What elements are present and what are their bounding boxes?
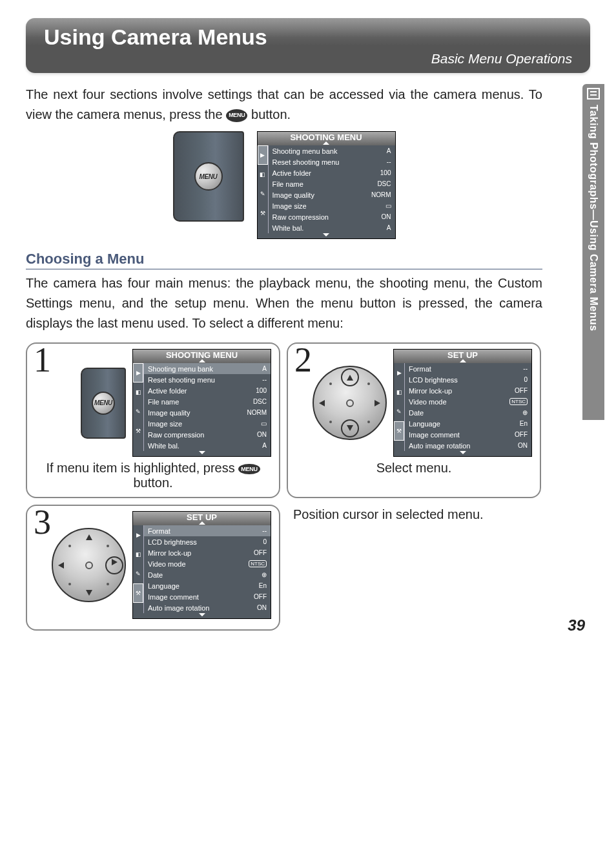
menu-button[interactable]: MENU	[92, 392, 115, 415]
menu-item[interactable]: Date⊕	[144, 569, 271, 580]
intro-paragraph: The next four sections involve settings …	[26, 85, 542, 125]
menu-item[interactable]: Mirror lock-upOFF	[405, 385, 531, 396]
tab-icon: ⚒	[258, 204, 268, 223]
menu-item[interactable]: Shooting menu bankA	[269, 145, 395, 156]
multi-selector[interactable]	[52, 528, 126, 602]
menu-item[interactable]: Image commentOFF	[144, 591, 271, 602]
menu-list: Shooting menu bankAReset shooting menu--…	[268, 145, 395, 233]
menu-item[interactable]: LCD brightness0	[405, 374, 531, 385]
page-subtitle: Basic Menu Operations	[44, 51, 572, 67]
menu-button[interactable]: MENU	[194, 162, 223, 191]
page-number: 39	[568, 616, 585, 634]
menu-item[interactable]: Auto image rotationON	[144, 602, 271, 613]
menu-item[interactable]: Raw compressionON	[269, 211, 395, 222]
lcd-title: SHOOTING MENU	[290, 132, 362, 142]
shooting-menu-lcd: SHOOTING MENU ▶◧✎⚒ Shooting menu bankARe…	[132, 349, 271, 457]
menu-icon: MENU	[226, 109, 247, 122]
menu-item[interactable]: Image size▭	[269, 200, 395, 211]
section-heading: Choosing a Menu	[26, 251, 542, 269]
step-caption: If menu item is highlighted, press MENU …	[35, 461, 271, 490]
shooting-menu-lcd: SHOOTING MENU ▶ ◧ ✎ ⚒ Shooting menu bank…	[257, 131, 396, 239]
menu-icon	[587, 88, 600, 100]
section-paragraph: The camera has four main menus: the play…	[26, 273, 542, 333]
step-2-card: 2 SET UP	[287, 342, 541, 498]
step-number: 3	[34, 505, 51, 540]
menu-item[interactable]: Date⊕	[405, 407, 531, 418]
menu-item[interactable]: Active folder100	[269, 167, 395, 178]
menu-item[interactable]: Mirror lock-upOFF	[144, 547, 271, 558]
step-number: 1	[34, 342, 51, 377]
menu-item[interactable]: Video modeNTSC	[144, 558, 271, 569]
menu-item[interactable]: LanguageEn	[405, 418, 531, 429]
tab-icon: ◧	[258, 165, 268, 184]
setup-menu-lcd: SET UP ▶◧✎⚒ Format--LCD brightness0Mirro…	[132, 511, 271, 619]
page-title: Using Camera Menus	[44, 25, 572, 50]
menu-item[interactable]: File nameDSC	[144, 396, 271, 407]
menu-item[interactable]: Reset shooting menu--	[144, 374, 271, 385]
menu-item[interactable]: LCD brightness0	[144, 536, 271, 547]
menu-icon: MENU	[238, 464, 260, 474]
camera-fragment: MENU	[173, 131, 244, 222]
step-1-card: 1 MENU SHOOTING MENU ▶◧✎⚒ Shootin	[26, 342, 280, 498]
menu-item[interactable]: Image qualityNORM	[269, 189, 395, 200]
menu-item[interactable]: Raw compressionON	[144, 429, 271, 440]
menu-item[interactable]: White bal.A	[269, 222, 395, 233]
menu-item[interactable]: Active folder100	[144, 385, 271, 396]
step-number: 2	[294, 342, 312, 377]
menu-item[interactable]: Shooting menu bankA	[144, 363, 271, 374]
step-3-card: 3 SET UP	[26, 505, 280, 631]
intro-illustration: MENU SHOOTING MENU ▶ ◧ ✎ ⚒ Shooting menu…	[26, 131, 542, 239]
tab-icon: ✎	[258, 184, 268, 204]
side-tab-label: Taking Photographs—Using Camera Menus	[588, 105, 599, 331]
step-caption: Select menu.	[296, 461, 532, 476]
menu-item[interactable]: Reset shooting menu--	[269, 156, 395, 167]
setup-menu-lcd: SET UP ▶◧✎⚒ Format--LCD brightness0Mirro…	[393, 349, 532, 457]
page-header: Using Camera Menus Basic Menu Operations	[26, 18, 590, 73]
menu-item[interactable]: Format--	[144, 525, 271, 536]
menu-item[interactable]: Format--	[405, 363, 531, 374]
step-3-caption: Position cursor in selected menu.	[287, 505, 541, 631]
menu-item[interactable]: Image qualityNORM	[144, 407, 271, 418]
menu-item[interactable]: Image commentOFF	[405, 429, 531, 440]
menu-item[interactable]: Image size▭	[144, 418, 271, 429]
menu-item[interactable]: Auto image rotationON	[405, 440, 531, 451]
menu-item[interactable]: Video modeNTSC	[405, 396, 531, 407]
menu-item[interactable]: LanguageEn	[144, 580, 271, 591]
multi-selector[interactable]	[313, 366, 387, 440]
side-tab: Taking Photographs—Using Camera Menus	[582, 84, 604, 420]
menu-item[interactable]: White bal.A	[144, 440, 271, 451]
tab-icon: ▶	[258, 145, 268, 165]
menu-item[interactable]: File nameDSC	[269, 178, 395, 189]
